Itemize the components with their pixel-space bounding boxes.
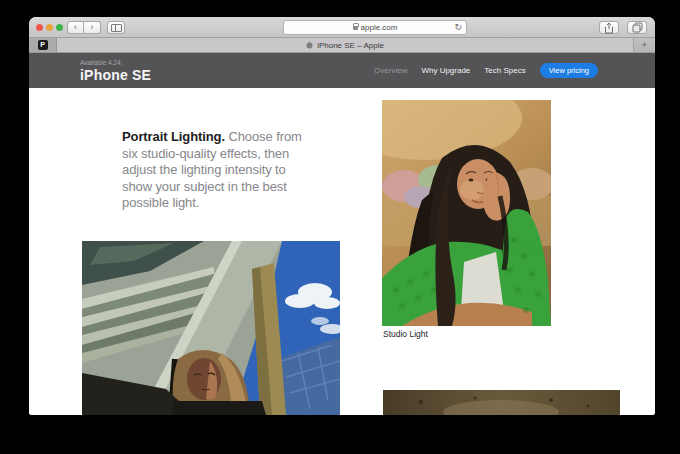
plus-icon: +	[642, 40, 647, 50]
tab-overview-button[interactable]	[627, 21, 647, 34]
active-tab[interactable]: iPhone SE – Apple	[57, 38, 633, 52]
pinned-tab-favicon: P	[38, 40, 48, 50]
next-effect-photo	[383, 390, 620, 415]
pinned-tab[interactable]: P	[29, 38, 57, 52]
lock-icon	[353, 26, 358, 30]
tab-bar: P iPhone SE – Apple +	[29, 38, 655, 53]
address-bar[interactable]: apple.com ↻	[283, 20, 467, 35]
sidebar-toggle-button[interactable]	[107, 21, 125, 34]
feature-copy: Portrait Lighting. Choose from six studi…	[122, 129, 310, 212]
minimize-window-button[interactable]	[46, 24, 53, 31]
studio-light-photo	[382, 100, 551, 326]
browser-window: ‹ › apple.com ↻ P	[29, 17, 655, 415]
zoom-window-button[interactable]	[56, 24, 63, 31]
view-pricing-button[interactable]: View pricing	[540, 63, 598, 78]
history-nav: ‹ ›	[67, 21, 101, 34]
window-controls	[36, 24, 63, 31]
nav-link-tech-specs[interactable]: Tech Specs	[484, 66, 525, 75]
studio-light-caption: Studio Light	[383, 329, 428, 339]
sidebar-icon	[111, 24, 122, 32]
close-window-button[interactable]	[36, 24, 43, 31]
nav-link-why-upgrade[interactable]: Why Upgrade	[421, 66, 470, 75]
reload-button[interactable]: ↻	[454, 21, 462, 34]
page-content: Portrait Lighting. Choose from six studi…	[29, 88, 655, 415]
forward-button[interactable]: ›	[84, 21, 101, 34]
url-text: apple.com	[361, 23, 398, 32]
back-icon: ‹	[74, 22, 77, 32]
new-tab-button[interactable]: +	[633, 38, 655, 52]
architecture-photo	[82, 241, 340, 415]
product-title[interactable]: iPhone SE	[80, 67, 151, 83]
product-nav: Available 4.24. iPhone SE Overview Why U…	[29, 53, 655, 88]
forward-icon: ›	[91, 22, 94, 32]
product-title-block: Available 4.24. iPhone SE	[80, 59, 151, 83]
share-icon	[604, 22, 614, 34]
apple-favicon-icon	[306, 41, 313, 49]
back-button[interactable]: ‹	[67, 21, 84, 34]
availability-text: Available 4.24.	[80, 59, 151, 66]
product-nav-links: Overview Why Upgrade Tech Specs View pri…	[374, 63, 598, 78]
browser-toolbar: ‹ › apple.com ↻	[29, 17, 655, 38]
tabs-icon	[632, 22, 643, 33]
tab-title: iPhone SE – Apple	[317, 41, 384, 50]
feature-heading: Portrait Lighting.	[122, 129, 225, 144]
nav-link-overview[interactable]: Overview	[374, 66, 407, 75]
share-button[interactable]	[599, 21, 619, 34]
